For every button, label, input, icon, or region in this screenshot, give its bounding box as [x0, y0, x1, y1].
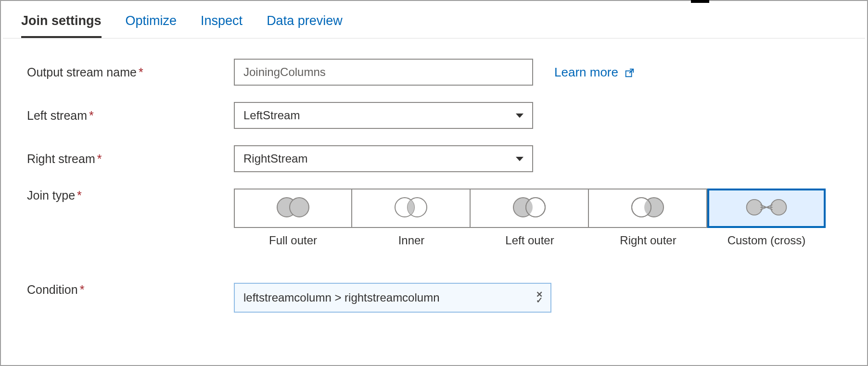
- row-join-type: Join type* Full outer: [27, 189, 841, 247]
- join-type-custom-cross[interactable]: Custom (cross): [707, 189, 826, 247]
- svg-point-17: [747, 200, 762, 215]
- learn-more-link[interactable]: Learn more: [554, 65, 635, 80]
- join-type-full-outer[interactable]: Full outer: [234, 189, 352, 247]
- label-join-type: Join type*: [27, 189, 234, 202]
- full-outer-icon: [271, 196, 315, 221]
- custom-cross-icon: [745, 196, 788, 221]
- join-type-right-outer[interactable]: Right outer: [589, 189, 707, 247]
- join-type-options: Full outer Inner: [234, 189, 826, 247]
- required-indicator: *: [139, 65, 143, 79]
- join-type-left-outer-label: Left outer: [505, 234, 554, 247]
- condition-expression-input[interactable]: leftstreamcolumn > rightstreamcolumn ✕✓: [234, 283, 551, 313]
- label-output-stream-name: Output stream name*: [27, 65, 234, 79]
- left-outer-icon: [508, 196, 551, 221]
- right-outer-icon: [626, 196, 669, 221]
- join-type-right-outer-label: Right outer: [620, 234, 676, 247]
- join-type-full-outer-label: Full outer: [269, 234, 317, 247]
- join-type-custom-cross-label: Custom (cross): [728, 234, 806, 247]
- chevron-down-icon: [516, 157, 523, 161]
- right-stream-select[interactable]: RightStream: [234, 145, 533, 172]
- required-indicator: *: [89, 109, 94, 122]
- row-right-stream: Right stream* RightStream: [27, 145, 841, 172]
- tabs-bar: Join settings Optimize Inspect Data prev…: [3, 3, 865, 38]
- label-right-stream: Right stream*: [27, 152, 234, 166]
- output-stream-name-input[interactable]: [234, 59, 533, 86]
- chevron-down-icon: [516, 114, 523, 118]
- required-indicator: *: [77, 189, 82, 202]
- svg-point-18: [771, 200, 786, 215]
- join-type-inner[interactable]: Inner: [352, 189, 471, 247]
- tab-inspect[interactable]: Inspect: [201, 9, 243, 38]
- required-indicator: *: [80, 283, 85, 296]
- row-condition: Condition* leftstreamcolumn > rightstrea…: [27, 283, 841, 313]
- window-accent: [691, 0, 709, 3]
- right-stream-value: RightStream: [243, 152, 307, 165]
- tab-data-preview[interactable]: Data preview: [267, 9, 343, 38]
- inner-icon: [389, 196, 433, 221]
- row-left-stream: Left stream* LeftStream: [27, 102, 841, 129]
- left-stream-select[interactable]: LeftStream: [234, 102, 533, 129]
- clear-validate-icon[interactable]: ✕✓: [536, 292, 543, 303]
- label-left-stream: Left stream*: [27, 109, 234, 123]
- required-indicator: *: [97, 152, 102, 165]
- tab-optimize[interactable]: Optimize: [126, 9, 177, 38]
- svg-point-2: [290, 198, 309, 217]
- tab-join-settings[interactable]: Join settings: [21, 9, 102, 38]
- join-type-left-outer[interactable]: Left outer: [471, 189, 589, 247]
- form-body: Output stream name* Learn more Left stre…: [3, 38, 865, 333]
- condition-expression-value: leftstreamcolumn > rightstreamcolumn: [243, 291, 439, 304]
- label-condition: Condition*: [27, 283, 234, 297]
- join-type-inner-label: Inner: [398, 234, 425, 247]
- row-output-stream-name: Output stream name* Learn more: [27, 59, 841, 86]
- left-stream-value: LeftStream: [243, 109, 300, 122]
- external-link-icon: [624, 67, 635, 77]
